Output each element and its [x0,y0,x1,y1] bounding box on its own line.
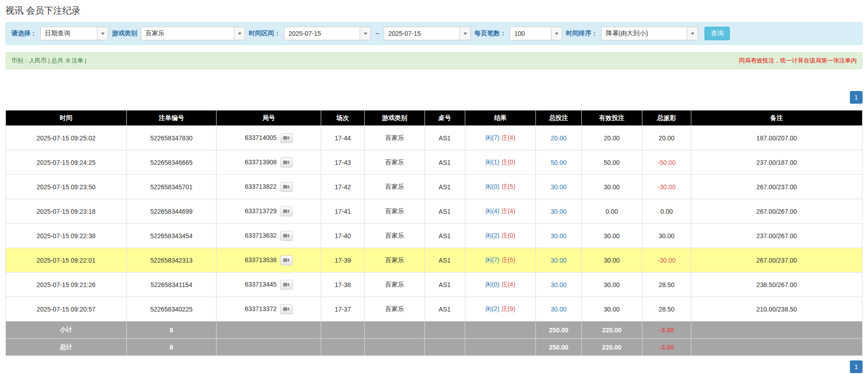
cell-note: 210.00/238.50 [691,297,862,321]
total-bet-link[interactable]: 50.00 [551,159,567,166]
result-player: 闲(4) [485,207,499,215]
video-replay-button[interactable] [280,304,293,314]
date-to-dropdown-button[interactable] [459,27,470,40]
subtotal-total-bet: 250.00 [536,321,581,339]
subtotal-row: 小计 8 250.00 220.00 -3.00 [6,321,863,339]
cell-valid-bet: 0.00 [581,199,642,224]
game-type-label: 游戏类别 [112,29,137,38]
table-row: 2025-07-15 09:23:18522658344699633713729… [6,199,863,224]
cell-round-id: 633713372 [217,297,321,321]
time-sort-dropdown-button[interactable] [687,27,698,40]
select-type-dropdown[interactable]: 日期查询 [40,27,108,40]
video-replay-button[interactable] [280,182,293,192]
page: 视讯 会员下注纪录 请选择： 日期查询 游戏类别 百家乐 时间区间： 2025-… [0,5,868,373]
select-type-dropdown-button[interactable] [97,27,108,40]
round-id-text: 633713822 [245,182,276,190]
table-row: 2025-07-15 09:20:57522658340225633713372… [6,297,863,321]
column-header: 局号 [217,110,321,126]
game-type-dropdown-button[interactable] [234,27,245,40]
video-replay-button[interactable] [280,206,293,216]
date-to-value: 2025-07-15 [384,27,459,40]
date-from-picker[interactable]: 2025-07-15 [284,27,371,40]
total-bet-link[interactable]: 30.00 [551,208,567,215]
date-from-dropdown-button[interactable] [360,27,371,40]
result-player: 闲(0) [485,281,499,288]
cell-valid-bet: 30.00 [581,248,642,273]
cell-time: 2025-07-15 09:23:18 [6,199,127,224]
total-bet-link[interactable]: 30.00 [551,232,567,240]
page-size-dropdown[interactable]: 100 [510,27,562,40]
cell-time: 2025-07-15 09:22:38 [6,224,127,248]
cell-result: 闲(4) 庄(4) [465,199,536,224]
video-camera-icon [283,233,289,238]
cell-round-id: 633713822 [217,175,321,199]
date-range-separator: ~ [375,30,380,37]
video-camera-icon [283,135,289,140]
cell-bet-id: 522658342313 [126,248,217,273]
page-size-dropdown-button[interactable] [551,27,562,40]
date-to-picker[interactable]: 2025-07-15 [384,27,471,40]
video-replay-button[interactable] [280,158,293,168]
page-number-button[interactable]: 1 [850,91,863,104]
video-camera-icon [283,209,289,214]
game-type-dropdown[interactable]: 百家乐 [141,27,245,40]
cell-total-bet: 20.00 [536,126,581,150]
cell-note: 238.50/267.00 [691,273,862,297]
total-bet-link[interactable]: 30.00 [551,183,567,191]
cell-payout: -30.00 [642,175,691,199]
video-camera-icon [283,307,289,312]
total-bet-link[interactable]: 20.00 [551,134,567,142]
select-type-value: 日期查询 [41,27,97,40]
page-number-button[interactable]: 1 [850,360,863,373]
cell-time: 2025-07-15 09:22:01 [6,248,127,273]
cell-bet-id: 522658344699 [126,199,217,224]
cell-table-no: AS1 [424,297,465,321]
cell-bet-id: 522658346665 [126,150,217,175]
cell-payout: 28.50 [642,297,691,321]
round-id-text: 633714005 [245,134,276,141]
round-id-text: 633713632 [245,231,276,239]
bet-records-table: 时间注单编号局号场次游戏类别桌号结果总投注有效投注总派彩备注 2025-07-1… [5,110,863,356]
game-type-value: 百家乐 [141,27,234,40]
subtotal-count: 8 [126,321,217,339]
video-replay-button[interactable] [280,231,293,241]
total-bet-link[interactable]: 30.00 [551,306,567,313]
video-replay-button[interactable] [280,280,293,290]
cell-total-bet: 30.00 [536,224,581,248]
cell-table-no: AS1 [424,175,465,199]
cell-valid-bet: 30.00 [581,224,642,248]
cell-payout: 0.00 [642,199,691,224]
round-id-text: 633713729 [245,207,276,214]
cell-game-type: 百家乐 [365,150,424,175]
table-body: 2025-07-15 09:25:02522658347830633714005… [6,126,863,321]
cell-total-bet: 30.00 [536,297,581,321]
cell-session: 17-42 [321,175,364,199]
cell-table-no: AS1 [424,273,465,297]
cell-valid-bet: 30.00 [581,273,642,297]
video-replay-button[interactable] [280,133,293,143]
column-header: 时间 [6,110,127,126]
pagination-top: 1 [5,91,863,104]
chevron-down-icon [364,33,367,35]
time-sort-dropdown[interactable]: 降幂(由大到小) [601,27,698,40]
cell-round-id: 633713729 [217,199,321,224]
cell-payout: -50.00 [642,150,691,175]
table-row: 2025-07-15 09:23:50522658345701633713822… [6,175,863,199]
cell-session: 17-38 [321,273,364,297]
grand-total-total-bet: 250.00 [536,339,581,356]
column-header: 场次 [321,110,364,126]
cell-total-bet: 30.00 [536,248,581,273]
total-bet-link[interactable]: 30.00 [551,281,567,288]
video-replay-button[interactable] [280,255,293,265]
result-banker: 庄(5) [501,183,515,190]
column-header: 总派彩 [642,110,691,126]
cell-note: 267.00/237.00 [691,175,862,199]
cell-valid-bet: 30.00 [581,297,642,321]
grand-total-row: 总计 8 250.00 220.00 -3.00 [6,339,863,356]
result-banker: 庄(5) [501,256,515,264]
cell-payout: 30.00 [642,224,691,248]
total-bet-link[interactable]: 30.00 [551,257,567,264]
cell-round-id: 633713908 [217,150,321,175]
cell-game-type: 百家乐 [365,199,424,224]
search-button[interactable]: 查询 [704,27,730,40]
